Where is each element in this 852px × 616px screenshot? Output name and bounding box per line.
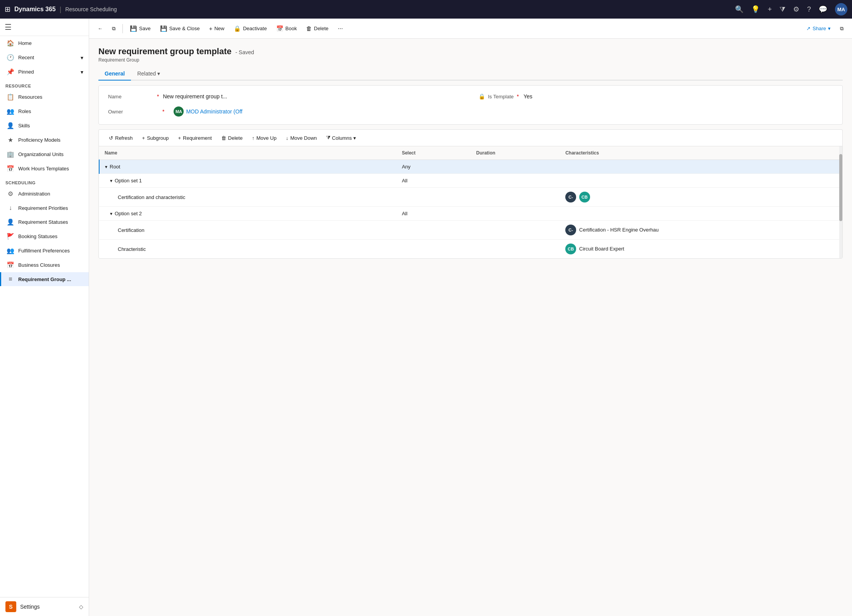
table-row[interactable]: ▾Option set 2 All [99, 207, 842, 221]
row-name: ▾Root [99, 160, 396, 174]
add-icon[interactable]: + [768, 5, 772, 14]
row-select [396, 188, 471, 207]
booking-icon: 🚩 [7, 233, 14, 240]
screen-button[interactable]: ⧉ [836, 23, 847, 34]
app-name: Resource Scheduling [65, 6, 117, 12]
status-icon: 👤 [7, 218, 14, 226]
user-avatar[interactable]: MA [835, 3, 847, 15]
grid-toolbar: ↺ Refresh + Subgroup + Requirement 🗑 Del… [98, 129, 843, 146]
deactivate-button[interactable]: 🔒 Deactivate [230, 23, 270, 34]
owner-avatar: MA [174, 106, 184, 117]
columns-button[interactable]: ⧩ Columns ▾ [322, 133, 360, 143]
name-value[interactable]: New requirement group t... [163, 93, 227, 100]
sidebar-item-label: Pinned [18, 69, 34, 75]
sidebar-item-organizational-units[interactable]: 🏢 Organizational Units [0, 147, 89, 161]
table-row[interactable]: ▾Option set 1 All [99, 174, 842, 188]
form-card: Name * New requirement group t... 🔒 Is T… [98, 85, 843, 125]
chat-icon[interactable]: 💬 [819, 5, 827, 14]
sidebar-item-home[interactable]: 🏠 Home [0, 36, 89, 50]
sidebar-item-requirement-priorities[interactable]: ↓ Requirement Priorities [0, 201, 89, 215]
scrollbar-thumb[interactable] [839, 154, 842, 221]
row-characteristics: C- CB [560, 188, 842, 207]
back-icon: ← [98, 26, 103, 31]
columns-label: Columns [332, 135, 352, 141]
tab-related-label: Related [137, 70, 156, 77]
table-row[interactable]: ▾Root Any [99, 160, 842, 174]
sidebar-item-label: Organizational Units [18, 151, 64, 157]
row-name: Chracteristic [99, 240, 396, 259]
share-icon: ↗ [806, 26, 811, 31]
back-button[interactable]: ← [94, 23, 107, 34]
move-up-label: Move Up [256, 135, 277, 141]
settings-label: Settings [20, 604, 40, 610]
sidebar-item-skills[interactable]: 👤 Skills [0, 118, 89, 133]
col-characteristics: Characteristics [560, 146, 842, 160]
characteristic-text: Certification - HSR Engine Overhau [579, 227, 659, 233]
tab-related[interactable]: Related ▾ [131, 67, 166, 81]
grid-scroll[interactable]: Name Select Duration Characteristics ▾Ro… [99, 146, 842, 258]
calendar-icon: 📅 [7, 165, 14, 172]
sidebar-settings[interactable]: S Settings ◇ [0, 597, 89, 616]
sidebar-item-roles[interactable]: 👥 Roles [0, 104, 89, 118]
characteristic-badge: CB [579, 192, 590, 202]
sidebar-item-resources[interactable]: 📋 Resources [0, 90, 89, 104]
characteristic-badge: C- [565, 192, 576, 202]
table-row[interactable]: Certification C- Certification - HSR Eng… [99, 221, 842, 240]
fulfillment-icon: 👥 [7, 247, 14, 254]
book-button[interactable]: 📅 Book [272, 23, 301, 34]
sidebar-item-business-closures[interactable]: 📅 Business Closures [0, 258, 89, 272]
row-select [396, 240, 471, 259]
characteristic-badge: C- [565, 225, 576, 235]
share-button[interactable]: ↗ Share ▾ [802, 23, 835, 34]
sidebar-item-label: Requirement Group ... [18, 276, 71, 282]
subgroup-button[interactable]: + Subgroup [138, 133, 173, 143]
sidebar: ☰ 🏠 Home 🕐 Recent ▾ 📌 Pinned ▾ Resource … [0, 19, 89, 616]
sidebar-item-administration[interactable]: ⚙ Administration [0, 187, 89, 201]
requirement-add-icon: + [178, 135, 181, 141]
star-icon: ★ [7, 136, 14, 144]
requirement-button[interactable]: + Requirement [174, 133, 216, 143]
new-button[interactable]: + New [205, 23, 228, 34]
sidebar-item-requirement-statuses[interactable]: 👤 Requirement Statuses [0, 215, 89, 229]
row-duration [471, 221, 560, 240]
table-row[interactable]: Certification and characteristic C- CB [99, 188, 842, 207]
help-icon[interactable]: ? [807, 5, 811, 14]
save-close-button[interactable]: 💾 Save & Close [156, 23, 204, 34]
row-name: ▾Option set 1 [99, 174, 396, 188]
save-button[interactable]: 💾 Save [126, 23, 155, 34]
save-label: Save [139, 26, 151, 31]
table-row[interactable]: Chracteristic CB Circuit Board Expert [99, 240, 842, 259]
row-select: All [396, 174, 471, 188]
waffle-icon[interactable]: ⊞ [5, 5, 10, 14]
grid-delete-button[interactable]: 🗑 Delete [217, 133, 247, 143]
cmd-separator [122, 24, 123, 33]
more-button[interactable]: ⋯ [334, 23, 347, 34]
save-icon: 💾 [130, 25, 137, 32]
share-dropdown-icon: ▾ [828, 26, 831, 31]
hamburger-icon[interactable]: ☰ [5, 22, 12, 32]
sidebar-item-booking-statuses[interactable]: 🚩 Booking Statuses [0, 229, 89, 244]
move-up-button[interactable]: ↑ Move Up [248, 133, 281, 143]
settings-chevron-icon: ◇ [79, 604, 83, 610]
undock-button[interactable]: ⧉ [108, 23, 119, 34]
delete-icon: 🗑 [306, 25, 312, 32]
sidebar-item-pinned[interactable]: 📌 Pinned ▾ [0, 65, 89, 79]
refresh-button[interactable]: ↺ Refresh [105, 133, 137, 143]
row-select [396, 221, 471, 240]
sidebar-item-fulfillment-preferences[interactable]: 👥 Fulfillment Preferences [0, 244, 89, 258]
lightbulb-icon[interactable]: 💡 [751, 5, 760, 14]
sidebar-item-proficiency-models[interactable]: ★ Proficiency Models [0, 133, 89, 147]
filter-icon[interactable]: ⧩ [780, 5, 785, 14]
sidebar-item-recent[interactable]: 🕐 Recent ▾ [0, 50, 89, 65]
tab-general[interactable]: General [98, 67, 131, 81]
sidebar-item-label: Administration [18, 191, 50, 197]
settings-icon[interactable]: ⚙ [793, 5, 799, 14]
delete-button[interactable]: 🗑 Delete [302, 23, 332, 34]
row-duration [471, 207, 560, 221]
move-down-button[interactable]: ↓ Move Down [282, 133, 321, 143]
sidebar-item-requirement-group[interactable]: ≡ Requirement Group ... [0, 272, 89, 286]
cmd-right: ↗ Share ▾ ⧉ [802, 23, 847, 34]
owner-value[interactable]: MOD Administrator (Off [186, 108, 242, 115]
search-icon[interactable]: 🔍 [735, 5, 744, 14]
sidebar-item-work-hours-templates[interactable]: 📅 Work Hours Templates [0, 161, 89, 176]
